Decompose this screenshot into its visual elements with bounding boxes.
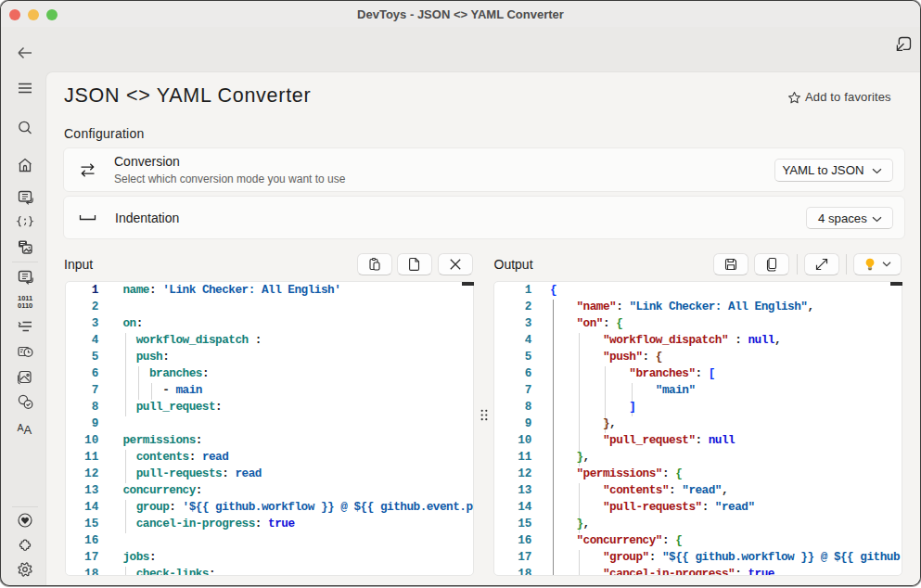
svg-text:A: A [24, 423, 32, 437]
svg-text:0110: 0110 [18, 301, 32, 310]
svg-text:A: A [18, 422, 24, 433]
